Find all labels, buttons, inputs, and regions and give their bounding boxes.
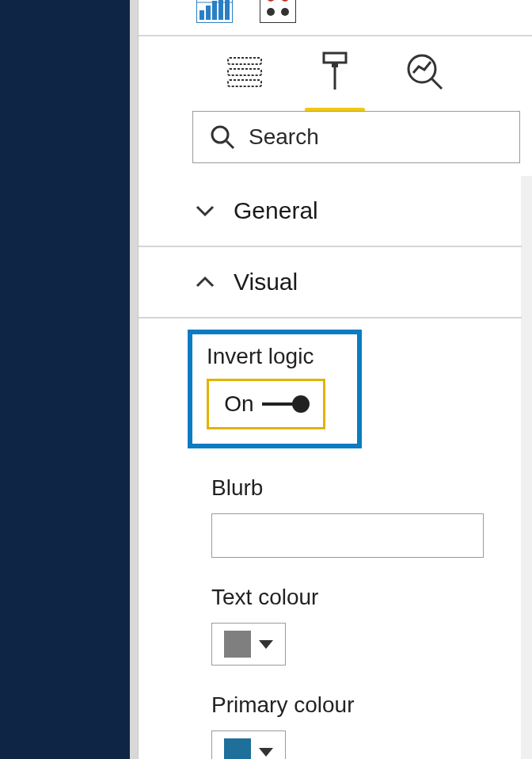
- search-icon: [209, 124, 236, 151]
- primary-colour-picker[interactable]: [211, 730, 286, 759]
- report-canvas: [0, 0, 130, 759]
- panel-scrollbar[interactable]: [521, 176, 532, 759]
- chevron-down-icon: [259, 640, 273, 649]
- svg-line-22: [226, 141, 234, 148]
- format-search[interactable]: Search: [192, 111, 520, 163]
- blurb-input[interactable]: [211, 513, 484, 558]
- field-blurb: Blurb: [211, 475, 522, 558]
- section-visual-label: Visual: [234, 269, 298, 296]
- invert-logic-toggle[interactable]: [262, 396, 308, 412]
- svg-rect-14: [228, 69, 261, 75]
- svg-point-10: [281, 0, 289, 2]
- visualizations-panel: Search General Visual Invert logic On: [138, 0, 532, 759]
- svg-point-12: [281, 8, 289, 16]
- svg-rect-15: [228, 80, 261, 86]
- svg-line-20: [431, 78, 442, 89]
- format-tab[interactable]: [311, 48, 359, 96]
- svg-point-21: [212, 127, 228, 143]
- chevron-down-icon: [194, 200, 216, 222]
- chevron-up-icon: [194, 271, 216, 293]
- panel-splitter[interactable]: [130, 0, 138, 759]
- svg-rect-4: [218, 0, 223, 20]
- viz-gallery-row: [194, 0, 298, 25]
- svg-rect-5: [225, 0, 230, 20]
- field-primary-colour: Primary colour: [211, 692, 522, 759]
- kpi-viz-icon[interactable]: [257, 0, 298, 25]
- app-stage: Search General Visual Invert logic On: [0, 0, 532, 759]
- fields-tab[interactable]: [221, 48, 268, 96]
- svg-rect-13: [228, 58, 261, 64]
- invert-logic-label: Invert logic: [207, 344, 357, 369]
- svg-rect-1: [200, 10, 204, 20]
- text-colour-picker[interactable]: [211, 623, 286, 666]
- primary-colour-label: Primary colour: [211, 692, 522, 718]
- svg-rect-3: [212, 1, 217, 20]
- svg-rect-8: [260, 0, 296, 23]
- svg-rect-2: [206, 6, 211, 20]
- annotation-invert-logic: Invert logic On: [188, 330, 362, 448]
- format-sections: General Visual Invert logic On B: [139, 176, 522, 759]
- text-colour-label: Text colour: [211, 585, 522, 610]
- svg-rect-16: [324, 53, 346, 63]
- text-colour-swatch: [224, 631, 251, 658]
- annotation-toggle-frame: On: [207, 379, 325, 429]
- chevron-down-icon: [259, 748, 273, 757]
- svg-point-9: [267, 0, 275, 2]
- pane-tabs: [139, 36, 532, 108]
- field-text-colour: Text colour: [211, 585, 522, 666]
- analytics-tab[interactable]: [401, 48, 449, 96]
- invert-logic-state: On: [224, 391, 253, 417]
- blurb-label: Blurb: [211, 475, 522, 501]
- search-placeholder: Search: [249, 124, 319, 150]
- section-visual[interactable]: Visual: [139, 247, 522, 318]
- svg-point-11: [267, 8, 275, 16]
- section-general[interactable]: General: [139, 176, 522, 247]
- section-general-label: General: [234, 197, 318, 224]
- matrix-viz-icon[interactable]: [194, 0, 235, 25]
- svg-rect-17: [332, 63, 338, 67]
- primary-colour-swatch: [224, 738, 251, 759]
